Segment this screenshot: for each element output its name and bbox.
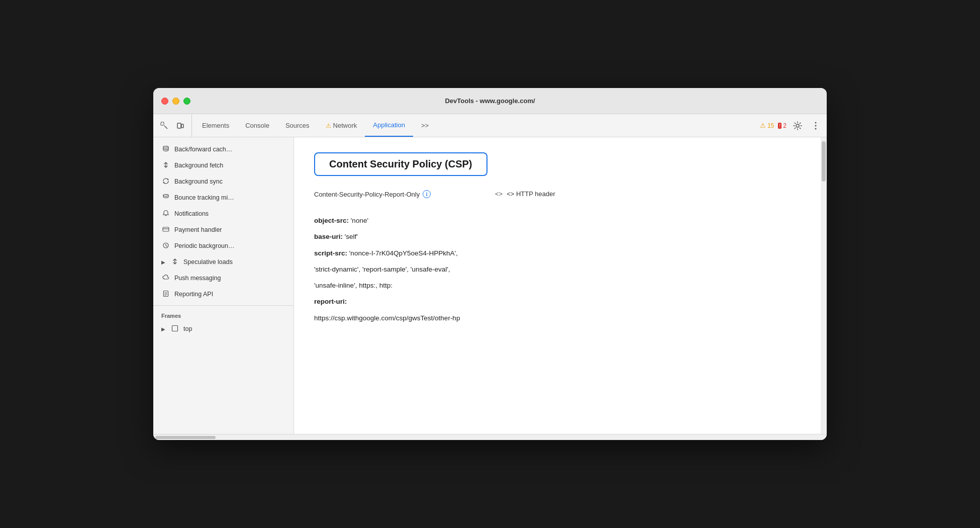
sidebar-item-back-forward-cache[interactable]: Back/forward cach… — [153, 141, 293, 157]
tab-console[interactable]: Console — [237, 114, 277, 137]
http-header-label: <> HTTP header — [507, 190, 555, 198]
tab-more[interactable]: >> — [413, 114, 437, 137]
script-src-directive: script-src: 'nonce-I-7rK04QpY5oeS4-HPPkh… — [314, 247, 807, 259]
speculative-loads-icon — [170, 258, 179, 267]
tab-elements[interactable]: Elements — [194, 114, 237, 137]
cloud-icon — [161, 274, 170, 283]
background-sync-label: Background sync — [174, 178, 223, 185]
policy-row: Content-Security-Policy-Report-Only i <>… — [314, 190, 807, 205]
expand-arrow-icon: ▶ — [161, 259, 165, 265]
push-messaging-label: Push messaging — [174, 275, 221, 282]
csp-title: Content Security Policy (CSP) — [329, 158, 472, 170]
main-area: Back/forward cach… Background fetch — [153, 137, 827, 434]
upload-download-icon — [161, 161, 170, 170]
close-button[interactable] — [161, 98, 168, 105]
sidebar-item-notifications[interactable]: Notifications — [153, 206, 293, 222]
minimize-button[interactable] — [172, 98, 179, 105]
more-options-button[interactable] — [809, 119, 823, 133]
toolbar: Elements Console Sources ⚠ Network Appli… — [153, 114, 827, 137]
bell-icon — [161, 210, 170, 218]
frames-section-header: Frames — [153, 309, 293, 321]
object-src-value: 'none' — [351, 217, 368, 224]
svg-point-4 — [815, 122, 817, 123]
titlebar: DevTools - www.google.com/ — [153, 88, 827, 114]
report-uri-directive: report-uri: — [314, 296, 807, 308]
bottom-scrollbar-thumb[interactable] — [155, 436, 216, 439]
sidebar-item-push-messaging[interactable]: Push messaging — [153, 270, 293, 286]
tabs-container: Elements Console Sources ⚠ Network Appli… — [194, 114, 760, 137]
info-icon[interactable]: i — [423, 190, 431, 198]
svg-point-8 — [163, 194, 168, 196]
svg-rect-1 — [177, 123, 181, 128]
payment-icon — [161, 226, 170, 234]
background-fetch-label: Background fetch — [174, 162, 223, 169]
sidebar-item-background-fetch[interactable]: Background fetch — [153, 157, 293, 173]
sidebar-item-frames-top[interactable]: ▶ top — [153, 321, 293, 337]
toolbar-icons — [157, 114, 192, 137]
code-icon: <> — [495, 190, 503, 198]
network-warning-icon: ⚠ — [326, 122, 331, 129]
document-icon — [161, 290, 170, 299]
maximize-button[interactable] — [183, 98, 190, 105]
content-area: Content Security Policy (CSP) Content-Se… — [294, 137, 827, 434]
payment-handler-label: Payment handler — [174, 226, 222, 233]
inspect-element-button[interactable] — [157, 119, 171, 133]
notifications-label: Notifications — [174, 210, 209, 217]
script-src-value: 'nonce-I-7rK04QpY5oeS4-HPPkhA', — [349, 249, 458, 257]
window-title: DevTools - www.google.com/ — [445, 97, 535, 105]
tab-network[interactable]: ⚠ Network — [318, 114, 365, 137]
object-src-key: object-src: — [314, 217, 349, 224]
script-src-key: script-src: — [314, 249, 347, 257]
svg-rect-0 — [161, 122, 164, 125]
sidebar-item-payment-handler[interactable]: Payment handler — [153, 222, 293, 238]
sidebar-divider — [153, 305, 293, 306]
bounce-tracking-label: Bounce tracking mi… — [174, 194, 234, 201]
periodic-background-label: Periodic backgroun… — [174, 242, 235, 249]
svg-rect-12 — [172, 325, 178, 331]
svg-point-5 — [815, 125, 817, 126]
bounce-tracking-icon — [161, 194, 170, 202]
tab-sources[interactable]: Sources — [277, 114, 318, 137]
device-toggle-button[interactable] — [173, 119, 187, 133]
settings-button[interactable] — [791, 119, 805, 133]
csp-directives: object-src: 'none' base-uri: 'self' scri… — [314, 215, 807, 324]
warning-icon: ⚠ — [760, 122, 766, 129]
svg-point-7 — [163, 146, 168, 148]
traffic-lights — [161, 98, 190, 105]
sidebar-item-bounce-tracking[interactable]: Bounce tracking mi… — [153, 190, 293, 206]
svg-rect-9 — [163, 227, 169, 231]
base-uri-value: 'self' — [345, 233, 358, 240]
back-forward-cache-label: Back/forward cach… — [174, 146, 232, 153]
frames-top-label: top — [183, 325, 192, 332]
report-uri-value: https://csp.withgoogle.com/csp/gwsTest/o… — [314, 312, 807, 324]
warnings-badge[interactable]: ⚠ 15 — [760, 122, 774, 129]
policy-name: Content-Security-Policy-Report-Only — [314, 191, 420, 198]
script-src-value-3: 'unsafe-inline', https:, http: — [314, 280, 807, 292]
sidebar-item-reporting-api[interactable]: Reporting API — [153, 286, 293, 302]
sidebar-item-periodic-background[interactable]: Periodic backgroun… — [153, 238, 293, 254]
base-uri-key: base-uri: — [314, 233, 343, 240]
speculative-loads-label: Speculative loads — [183, 258, 233, 266]
object-src-directive: object-src: 'none' — [314, 215, 807, 227]
tab-application[interactable]: Application — [365, 114, 413, 137]
content-scrollbar-track — [821, 137, 827, 434]
report-uri-key: report-uri: — [314, 298, 347, 305]
policy-value-header: <> <> HTTP header — [495, 190, 555, 205]
script-src-value-2: 'strict-dynamic', 'report-sample', 'unsa… — [314, 263, 807, 276]
policy-label: Content-Security-Policy-Report-Only i — [314, 190, 475, 198]
sidebar-item-background-sync[interactable]: Background sync — [153, 173, 293, 190]
sidebar-item-speculative-loads[interactable]: ▶ Speculative loads — [153, 254, 293, 270]
sync-icon — [161, 178, 170, 186]
csp-title-box: Content Security Policy (CSP) — [314, 152, 487, 176]
base-uri-directive: base-uri: 'self' — [314, 231, 807, 243]
reporting-api-label: Reporting API — [174, 291, 213, 298]
error-icon: ! — [778, 123, 781, 129]
frame-icon — [170, 325, 179, 333]
clock-icon — [161, 242, 170, 250]
devtools-window: DevTools - www.google.com/ Elements — [153, 88, 827, 440]
database-icon — [161, 145, 170, 154]
bottom-scrollbar — [153, 434, 827, 440]
errors-badge[interactable]: ! 2 — [778, 122, 787, 129]
content-scrollbar-thumb[interactable] — [822, 141, 826, 182]
svg-point-6 — [815, 128, 817, 129]
